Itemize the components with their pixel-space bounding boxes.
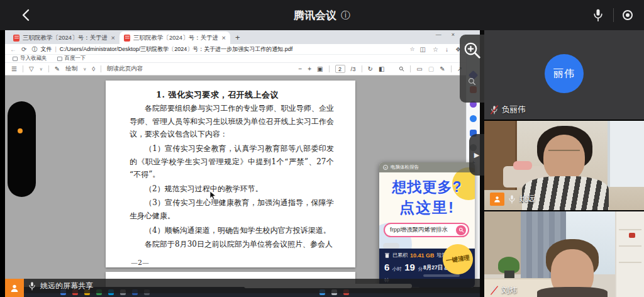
bookmark-baidu[interactable]: 百度一下 <box>57 55 86 62</box>
document-paragraph: （3）宣传实习生心理健康教育，加强沟通指导，保障学生身心健康。 <box>130 196 334 222</box>
meeting-info-icon[interactable]: ⓘ <box>341 9 350 21</box>
highlighter-icon[interactable]: ▽ <box>29 65 34 72</box>
camera-indicator-dot <box>18 128 23 133</box>
rotate-icon[interactable]: ↻ <box>368 65 373 72</box>
toc-menu-icon[interactable]: ☰ <box>11 65 17 72</box>
window-controls: — × <box>436 31 455 38</box>
participant-tile-yaoyuan[interactable]: 姚远 <box>484 121 644 210</box>
record-button[interactable] <box>623 10 633 20</box>
zoom-out-icon[interactable]: − <box>298 65 302 72</box>
search-icon[interactable] <box>399 66 404 72</box>
eraser-icon[interactable]: ◊ <box>92 65 95 72</box>
participant-tile-fuliwei[interactable]: 丽伟 负丽伟 <box>484 30 644 120</box>
document-paragraph: 各院部要组织参与实习工作的专业导师、职业导师、企业 导师、管理人员等和实习生以班… <box>130 102 334 141</box>
highlighter-caret-icon[interactable]: ∨ <box>40 67 43 72</box>
page-view-icon[interactable]: ◧ <box>379 65 384 72</box>
muted-mic-icon <box>490 105 499 115</box>
popup-search-keywords: frpp增强聚丙烯管排水 <box>390 226 453 234</box>
screen-share-statusbar: 姚远的屏幕共享 <box>5 279 480 293</box>
tools-icon[interactable] <box>470 115 477 122</box>
favorites-icon[interactable]: ☆ <box>433 46 438 53</box>
microphone-icon <box>592 8 604 22</box>
uptime-hours-unit: 小时 <box>392 266 402 272</box>
topbar-divider <box>613 8 614 22</box>
popup-search-box[interactable]: frpp增强聚丙烯管排水 <box>384 223 469 237</box>
document-page-number: —2— <box>131 259 334 267</box>
popup-app-icon: + <box>383 165 388 170</box>
camera-cutout <box>8 101 36 197</box>
pdf-toolbar: ☰ ▽ ∨ ✎ 绘制 ∨ ◊ 朗读此页内容 − + ▣ 2 /3 <box>5 63 480 76</box>
window-minimize-icon[interactable]: — <box>436 31 441 38</box>
bookmark-star-icon[interactable]: ☆ <box>410 46 415 52</box>
browser-tab-2-active[interactable]: 三职院教学〔2024〕号：关于进 × <box>119 31 230 44</box>
draw-caret-icon[interactable]: ∨ <box>83 67 86 72</box>
tab-title: 三职院教学〔2024〕号：关于进 <box>133 34 219 42</box>
file-scheme-label: 文件 <box>40 45 52 53</box>
download-icon[interactable]: ↓ <box>445 46 448 53</box>
tab-close-icon[interactable]: × <box>111 34 115 42</box>
zoom-in-magnifier-icon[interactable] <box>463 41 482 60</box>
microphone-button[interactable] <box>592 8 604 22</box>
sidebar-expand-button[interactable]: ▶ <box>469 134 484 176</box>
participant-name: 刘炜 <box>502 285 518 296</box>
video-feed <box>484 211 644 297</box>
pdf-page-2: 1. 强化实习要求，召开线上会议 各院部要组织参与实习工作的专业导师、职业导师、… <box>106 81 355 267</box>
uptime-hours: 6 <box>384 262 389 272</box>
meeting-window: 腾讯会议 ⓘ 三职院教学〔2024〕号：关于进 × <box>0 0 644 297</box>
document-paragraph: 各院部于8月30日之前以院部为单位将会议照片、参会人 <box>130 238 334 251</box>
browser-tabstrip: 三职院教学〔2024〕号：关于进 × 三职院教学〔2024〕号：关于进 × + … <box>5 30 480 44</box>
garbage-prefix: 已累积 <box>392 252 408 259</box>
bookmarks-bar: 导入收藏夹 百度一下 <box>5 55 480 63</box>
url-divider: | <box>55 46 56 52</box>
sharer-avatar <box>5 279 24 297</box>
url-text: C:/Users/Administrator/Desktop/三职院教学〔202… <box>60 45 293 53</box>
edit-icon[interactable]: ✎ <box>440 65 445 72</box>
browser-tab-1[interactable]: 三职院教学〔2024〕号：关于进 × <box>9 31 119 44</box>
pdf-file-icon <box>124 35 130 42</box>
participant-name: 姚远 <box>519 194 535 205</box>
screen-zoom-overlay <box>460 35 484 103</box>
page-number-input[interactable]: 2 <box>335 65 345 73</box>
split-screen-icon[interactable]: ◫ <box>420 46 426 53</box>
meeting-title: 腾讯会议 <box>294 8 336 23</box>
fit-page-icon[interactable]: ▣ <box>317 65 323 72</box>
popup-titlebar: + 电脑体检报告 <box>379 162 475 172</box>
participant-strip: 丽伟 负丽伟 <box>484 30 644 297</box>
mouse-cursor <box>209 191 216 200</box>
active-mic-icon <box>508 194 516 204</box>
pdf-file-icon <box>13 35 19 42</box>
disabled-tool-icon: ▢ <box>428 65 434 72</box>
zoom-in-icon[interactable]: + <box>308 65 311 72</box>
browser-window: 三职院教学〔2024〕号：关于进 × 三职院教学〔2024〕号：关于进 × + … <box>5 30 480 297</box>
popup-headline-2: 点这里! <box>379 198 475 218</box>
popup-search-icon[interactable] <box>456 225 466 235</box>
participant-name: 负丽伟 <box>502 104 526 115</box>
nav-refresh-icon[interactable]: ⟳ <box>21 46 26 53</box>
read-aloud-button[interactable]: 朗读此页内容 <box>107 65 143 73</box>
uptime-minutes: 19 <box>404 262 415 272</box>
window-close-icon[interactable]: × <box>452 31 455 38</box>
document-paragraph: （2）规范实习过程中的教学环节。 <box>130 182 334 196</box>
document-paragraph: （4）顺畅沟通渠道，明确告知学生校内官方投诉渠道。 <box>130 224 334 237</box>
comment-icon[interactable]: ▭ <box>416 65 422 72</box>
cleaner-ad-popup[interactable]: + 电脑体检报告 想找更多? 点这里! frpp增强聚丙烯管排水 一键清理 <box>379 162 475 288</box>
page-icon <box>57 57 62 61</box>
page-info-icon[interactable]: ⓘ <box>31 45 37 53</box>
blurred-subtext <box>423 274 460 277</box>
popup-title: 电脑体检报告 <box>391 164 419 171</box>
new-tab-button[interactable]: + <box>235 31 240 44</box>
draw-label[interactable]: 绘制 <box>65 65 77 73</box>
muted-mic-icon <box>490 286 499 295</box>
draw-pen-icon[interactable]: ✎ <box>55 65 60 72</box>
tab-close-icon[interactable]: × <box>222 34 226 42</box>
folder-icon <box>13 57 18 61</box>
garbage-value: 10.41 GB <box>410 252 435 259</box>
url-field[interactable]: ⓘ 文件 | C:/Users/Administrator/Desktop/三职… <box>31 45 414 53</box>
bookmark-import-favorites[interactable]: 导入收藏夹 <box>13 55 47 62</box>
shared-screen-view[interactable]: 三职院教学〔2024〕号：关于进 × 三职院教学〔2024〕号：关于进 × + … <box>5 30 484 297</box>
nav-back-icon[interactable]: ← <box>10 46 16 53</box>
zoom-out-magnifier-icon[interactable] <box>468 77 476 86</box>
share-status-label: 姚远的屏幕共享 <box>40 281 93 291</box>
page-total-label: /3 <box>351 65 356 72</box>
participant-tile-liuwei[interactable]: 刘炜 <box>484 211 644 297</box>
